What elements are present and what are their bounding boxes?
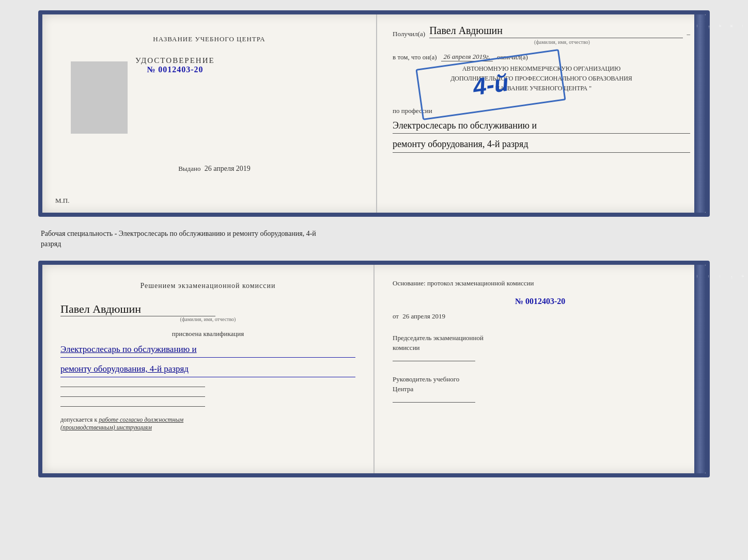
edge-marks-bottom: – – и а ← – – –	[694, 265, 748, 473]
edge-marks: – и а ← –	[694, 14, 747, 213]
руководитель-section: Руководитель учебногоЦентра	[393, 374, 688, 403]
top-right-page: Получил(а) Павел Авдюшин – (фамилия, имя…	[377, 14, 706, 213]
recipient-line: Получил(а) Павел Авдюшин –	[393, 25, 690, 38]
org-line3: " НАЗВАНИЕ УЧЕБНОГО ЦЕНТРА "	[393, 84, 690, 93]
profession-block: по профессии Электрослесарь по обслужива…	[393, 107, 690, 153]
photo-placeholder	[71, 61, 128, 134]
chairman-sig-line	[393, 361, 475, 361]
vtom-date: 26 апреля 2019г.	[441, 53, 493, 61]
qualification-line1: Электрослесарь по обслуживанию и	[60, 342, 355, 358]
org-block: АВТОНОМНУЮ НЕКОММЕРЧЕСКУЮ ОРГАНИЗАЦИЮ ДО…	[393, 64, 690, 94]
ot-date: 26 апреля 2019	[402, 312, 445, 320]
okonchil-label: окончил(а)	[497, 53, 528, 61]
qualification-line2: ремонту оборудования, 4-й разряд	[60, 362, 355, 377]
допускается-block: допускается к работе согласно должностны…	[60, 416, 355, 431]
руководитель-label: Руководитель учебногоЦентра	[393, 374, 688, 394]
допускается-label: допускается к	[60, 416, 97, 423]
ot-label: от	[393, 312, 399, 320]
profession-line2: ремонту оборудования, 4-й разряд	[393, 136, 690, 153]
issued-label: Выдано	[178, 165, 200, 172]
sig-line-3	[60, 406, 205, 407]
vtom-label: в том, что он(а)	[393, 53, 437, 61]
osnov-label: Основание: протокол экзаменационной коми…	[393, 279, 534, 287]
certificate-number: № 0012403-20	[135, 65, 215, 74]
decision-title: Решением экзаменационной комиссии	[60, 280, 355, 291]
org-line1: АВТОНОМНУЮ НЕКОММЕРЧЕСКУЮ ОРГАНИЗАЦИЮ	[393, 64, 690, 74]
issued-date: 26 апреля 2019	[205, 165, 251, 172]
bottom-document: Решением экзаменационной комиссии Павел …	[38, 261, 710, 477]
bottom-left-page: Решением экзаменационной комиссии Павел …	[42, 265, 375, 473]
person-block-bottom: Павел Авдюшин (фамилия, имя, отчество)	[60, 297, 355, 322]
osnov-number: № 0012403-20	[393, 294, 688, 308]
certificate-section: УДОСТОВЕРЕНИЕ № 0012403-20	[135, 56, 215, 74]
руководитель-sig-line	[393, 402, 475, 403]
recipient-hint: (фамилия, имя, отчество)	[434, 39, 690, 45]
profession-line1: Электрослесарь по обслуживанию и	[393, 118, 690, 134]
stamp-overlay: АВТОНОМНУЮ НЕКОММЕРЧЕСКУЮ ОРГАНИЗАЦИЮ ДО…	[393, 64, 690, 94]
sig-line-2	[60, 396, 205, 397]
middle-text: Рабочая специальность - Электрослесарь п…	[38, 226, 710, 251]
qualification-label: присвоена квалификация	[60, 330, 355, 338]
issued-line: Выдано 26 апреля 2019	[168, 165, 251, 173]
profession-label: по профессии	[393, 107, 690, 115]
mp-label: М.П.	[55, 197, 69, 205]
top-document: НАЗВАНИЕ УЧЕБНОГО ЦЕНТРА УДОСТОВЕРЕНИЕ №…	[38, 10, 710, 217]
person-hint-bottom: (фамилия, имя, отчество)	[60, 316, 355, 322]
org-line2: ДОПОЛНИТЕЛЬНОГО ПРОФЕССИОНАЛЬНОГО ОБРАЗО…	[393, 74, 690, 84]
person-name-bottom: Павел Авдюшин	[60, 302, 215, 316]
chairman-label: Председатель экзаменационнойкомиссии	[393, 333, 688, 353]
bottom-right-page: Основание: протокол экзаменационной коми…	[375, 265, 706, 473]
vtom-line: в том, что он(а) 26 апреля 2019г. окончи…	[393, 53, 690, 61]
osnov-date: от 26 апреля 2019	[393, 311, 688, 322]
recipient-name: Павел Авдюшин	[429, 25, 682, 38]
sig-line-1	[60, 387, 205, 387]
chairman-section: Председатель экзаменационнойкомиссии	[393, 333, 688, 361]
right-edge-strip-top: – и а ← –	[694, 14, 706, 213]
top-left-page: НАЗВАНИЕ УЧЕБНОГО ЦЕНТРА УДОСТОВЕРЕНИЕ №…	[42, 14, 377, 213]
osnov-section: Основание: протокол экзаменационной коми…	[393, 278, 688, 322]
training-center-label-top: НАЗВАНИЕ УЧЕБНОГО ЦЕНТРА	[153, 35, 265, 43]
recipient-label: Получил(а)	[393, 30, 425, 38]
dash-label: –	[687, 30, 691, 38]
signature-lines-bottom	[60, 387, 355, 407]
certificate-title: УДОСТОВЕРЕНИЕ	[135, 56, 215, 65]
working-specialty-text: Рабочая специальность - Электрослесарь п…	[41, 230, 316, 248]
right-edge-strip-bottom: – – и а ← – – –	[694, 265, 706, 473]
